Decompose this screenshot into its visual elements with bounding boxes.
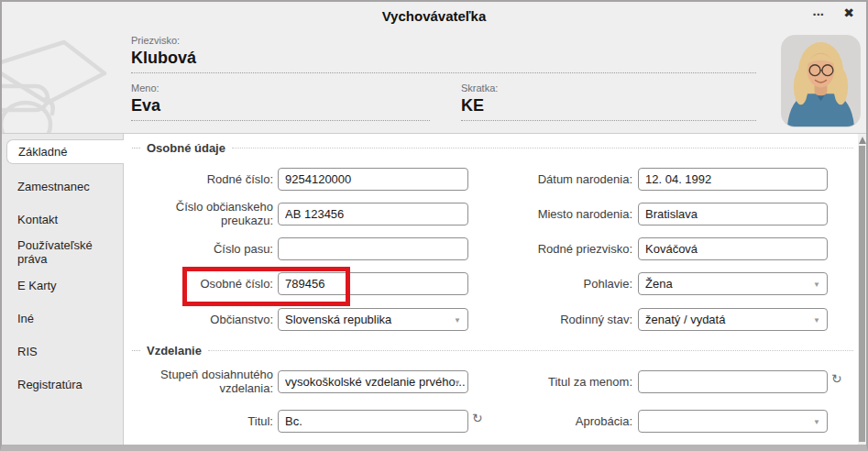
rodne-priezvisko-input[interactable] [638, 237, 828, 260]
aprobacia-label: Aprobácia: [483, 414, 632, 428]
chevron-down-icon: ▼ [454, 316, 461, 324]
scrollbar-thumb[interactable] [859, 146, 865, 442]
stupen-vzdelania-value: vysokoškolské vzdelanie prvého... [285, 375, 466, 389]
sidebar-item-zamestnanec[interactable]: Zamestnanec [2, 170, 123, 203]
pohlavie-label: Pohlavie: [483, 277, 632, 291]
sidebar-item-ine[interactable]: Iné [2, 302, 123, 335]
abbreviation-field[interactable]: Skratka: KE [461, 82, 756, 121]
titul-input[interactable] [278, 410, 468, 433]
field-miesto-narodenia: Miesto narodenia: [483, 200, 828, 227]
main-area: Základné Zamestnanec Kontakt Používateľs… [2, 133, 866, 445]
section-education: Vzdelanie [132, 344, 853, 358]
obcianstvo-select[interactable]: Slovenská republika▼ [278, 308, 468, 331]
form-content: Osobné údaje Rodné číslo: Dátum narodeni… [124, 134, 866, 445]
close-icon[interactable]: ✖ [843, 6, 854, 20]
title-bar: Vychovávateľka ... ✖ [2, 2, 866, 26]
firstname-field[interactable]: Meno: Eva [131, 82, 430, 121]
osobne-cislo-label: Osobné číslo: [136, 277, 273, 291]
abbreviation-label: Skratka: [461, 82, 756, 94]
field-rodne-cislo: Rodné číslo: [136, 165, 468, 192]
surname-value: Klubová [131, 49, 756, 68]
avatar[interactable] [781, 35, 861, 127]
rodne-cislo-input[interactable] [278, 168, 468, 191]
obcianstvo-label: Občianstvo: [136, 313, 273, 326]
surname-label: Priezvisko: [131, 35, 756, 46]
rodinny-stav-select[interactable]: ženatý / vydatá▼ [638, 308, 828, 331]
field-stupen-vzdelania: Stupeň dosiahnutého vzdelania: vysokoško… [136, 368, 468, 395]
rodinny-stav-value: ženatý / vydatá [645, 313, 725, 326]
pohlavie-value: Žena [645, 277, 673, 291]
osobne-cislo-input[interactable] [278, 272, 468, 295]
firstname-label: Meno: [131, 82, 430, 94]
sidebar-item-registratura[interactable]: Registratúra [2, 368, 123, 401]
person-dialog: Vychovávateľka ... ✖ Priezvisko: Klubová… [0, 0, 868, 451]
aprobacia-select[interactable]: ▼ [638, 410, 828, 433]
sidebar-item-ris[interactable]: RIS [2, 335, 123, 368]
rodne-cislo-label: Rodné číslo: [136, 172, 273, 186]
section-education-title: Vzdelanie [147, 344, 202, 358]
window-title: Vychovávateľka [2, 2, 866, 24]
field-osobne-cislo: Osobné číslo: [136, 270, 468, 297]
titul-za-menom-label: Titul za menom: [483, 375, 632, 389]
scroll-up-icon[interactable] [859, 137, 866, 144]
chevron-down-icon: ▼ [813, 418, 820, 426]
sidebar-item-e-karty[interactable]: E Karty [2, 269, 123, 302]
rodne-priezvisko-label: Rodné priezvisko: [483, 242, 632, 256]
section-personal-title: Osobné údaje [147, 141, 225, 155]
refresh-icon[interactable]: ↻ [831, 371, 842, 386]
field-pohlavie: Pohlavie: Žena▼ [483, 270, 828, 297]
sidebar-item-pouzivatelske-prava[interactable]: Používateľské práva [2, 236, 123, 269]
sidebar: Základné Zamestnanec Kontakt Používateľs… [2, 134, 124, 445]
sidebar-item-kontakt[interactable]: Kontakt [2, 203, 123, 236]
chevron-down-icon: ▼ [813, 316, 820, 324]
field-cislo-pasu: Číslo pasu: [136, 235, 468, 262]
cislo-pasu-input[interactable] [278, 237, 468, 260]
datum-narodenia-input[interactable] [638, 168, 828, 191]
chevron-down-icon: ▼ [454, 379, 461, 387]
abbreviation-value: KE [461, 96, 756, 116]
titul-za-menom-input[interactable] [638, 370, 828, 393]
refresh-icon[interactable]: ↻ [472, 411, 483, 425]
stupen-vzdelania-select[interactable]: vysokoškolské vzdelanie prvého...▼ [278, 370, 468, 393]
miesto-narodenia-label: Miesto narodenia: [483, 207, 632, 221]
field-rodne-priezvisko: Rodné priezvisko: [483, 235, 828, 262]
more-options-icon[interactable]: ... [812, 3, 824, 18]
field-obcianstvo: Občianstvo: Slovenská republika▼ [136, 305, 468, 333]
datum-narodenia-label: Dátum narodenia: [483, 172, 632, 186]
surname-field[interactable]: Priezvisko: Klubová [131, 35, 756, 73]
chevron-down-icon: ▼ [813, 280, 820, 289]
vertical-scrollbar[interactable] [858, 134, 866, 445]
pohlavie-select[interactable]: Žena▼ [638, 272, 828, 295]
firstname-value: Eva [131, 96, 430, 116]
stupen-vzdelania-label: Stupeň dosiahnutého vzdelania: [136, 368, 273, 395]
cislo-op-input[interactable] [278, 203, 468, 226]
miesto-narodenia-input[interactable] [638, 203, 828, 226]
cislo-pasu-label: Číslo pasu: [136, 242, 273, 256]
field-cislo-op: Číslo občianskeho preukazu: [136, 200, 468, 227]
field-titul-za-menom: Titul za menom: [483, 368, 828, 395]
sidebar-item-zakladne[interactable]: Základné [6, 139, 124, 164]
obcianstvo-value: Slovenská republika [285, 313, 391, 326]
field-aprobacia: Aprobácia: ▼ [483, 407, 828, 434]
graduate-watermark-icon [2, 29, 121, 138]
field-rodinny-stav: Rodinný stav: ženatý / vydatá▼ [483, 305, 828, 333]
rodinny-stav-label: Rodinný stav: [483, 313, 632, 326]
field-datum-narodenia: Dátum narodenia: [483, 165, 828, 192]
cislo-op-label: Číslo občianskeho preukazu: [136, 200, 273, 227]
field-titul: Titul: [136, 407, 468, 434]
titul-label: Titul: [136, 414, 273, 428]
section-personal-data: Osobné údaje [132, 141, 853, 155]
